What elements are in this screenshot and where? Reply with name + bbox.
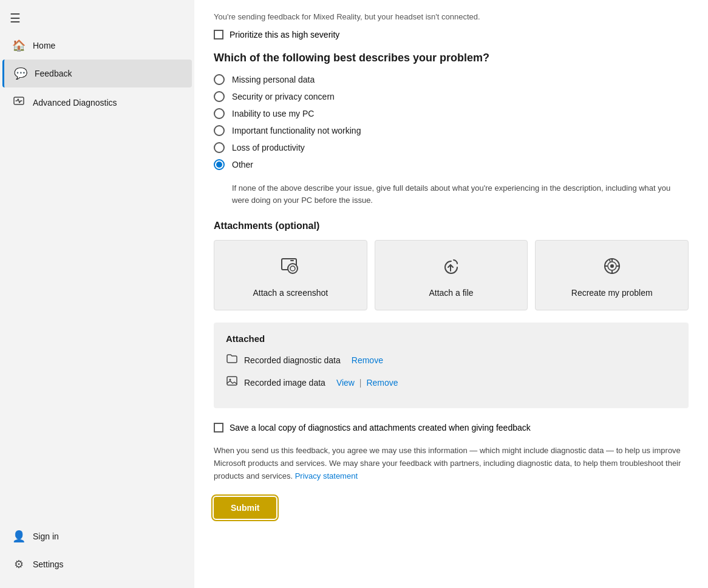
radio-item-loss-of-productivity[interactable]: Loss of productivity [214,142,689,153]
radio-item-other[interactable]: Other [214,159,689,170]
remove-diagnostic-link[interactable]: Remove [352,355,383,365]
attached-title: Attached [226,333,676,344]
radio-inner-other [216,162,222,168]
radio-outer-security [214,91,225,102]
attached-section: Attached Recorded diagnostic data Remove [214,323,689,408]
remove-image-link[interactable]: Remove [366,378,398,388]
hamburger-button[interactable]: ☰ [0,5,194,32]
radio-label-inability: Inability to use my PC [232,109,314,118]
radio-label-functionality: Important functionality not working [232,126,361,135]
svg-rect-8 [227,377,237,385]
sidebar-item-feedback[interactable]: 💬 Feedback [2,60,192,87]
diagnostic-data-item: Recorded diagnostic data Remove [226,352,676,368]
radio-outer-missing [214,74,225,85]
sidebar-item-settings[interactable]: ⚙ Settings [2,550,192,578]
radio-outer-productivity [214,142,225,153]
separator: | [359,378,362,388]
radio-label-security: Security or privacy concern [232,92,335,101]
view-image-link[interactable]: View [336,378,355,388]
settings-icon: ⚙ [12,558,26,571]
attachments-title: Attachments (optional) [214,220,689,231]
radio-item-security-privacy[interactable]: Security or privacy concern [214,91,689,102]
submit-button[interactable]: Submit [214,497,276,519]
priority-checkbox-row: Prioritize this as high severity [214,30,689,39]
home-icon: 🏠 [12,39,26,52]
radio-outer-functionality [214,125,225,136]
sign-in-icon: 👤 [12,530,26,543]
sidebar-item-label-feedback: Feedback [35,69,72,78]
diagnostic-data-name: Recorded diagnostic data [244,355,341,365]
image-data-item: Recorded image data View | Remove [226,375,676,390]
svg-point-9 [230,379,231,381]
privacy-statement-link[interactable]: Privacy statement [295,471,358,480]
priority-label: Prioritize this as high severity [230,30,339,39]
radio-label-other: Other [232,160,253,169]
sidebar-bottom: 👤 Sign in ⚙ Settings [0,522,194,588]
radio-label-missing: Missing personal data [232,75,315,84]
diagnostics-icon [12,95,26,110]
radio-item-inability-to-use[interactable]: Inability to use my PC [214,108,689,119]
radio-group: Missing personal data Security or privac… [214,74,689,170]
image-icon [226,375,238,390]
sidebar-item-label-sign-in: Sign in [33,532,59,541]
privacy-text: When you send us this feedback, you agre… [214,445,689,482]
attach-screenshot-card[interactable]: Attach a screenshot [214,240,367,310]
sidebar-item-label-settings: Settings [33,559,64,569]
sidebar-item-label-home: Home [33,41,55,50]
other-description: If none of the above describe your issue… [232,182,689,206]
priority-checkbox[interactable] [214,30,223,39]
privacy-text-content: When you send us this feedback, you agre… [214,446,681,480]
sidebar-item-sign-in[interactable]: 👤 Sign in [2,522,192,550]
save-checkbox[interactable] [214,423,223,432]
svg-point-2 [288,264,298,273]
radio-item-important-functionality[interactable]: Important functionality not working [214,125,689,136]
radio-outer-inability [214,108,225,119]
attachment-cards: Attach a screenshot Attach a file [214,240,689,310]
attach-file-label: Attach a file [429,288,473,298]
recreate-icon [601,255,623,282]
radio-item-missing-personal-data[interactable]: Missing personal data [214,74,689,85]
info-text: You're sending feedback for Mixed Realit… [214,12,689,21]
radio-outer-other [214,159,225,170]
hamburger-icon: ☰ [10,11,21,26]
sidebar-item-label-diagnostics: Advanced Diagnostics [33,98,117,108]
radio-label-productivity: Loss of productivity [232,143,305,152]
recreate-problem-label: Recreate my problem [571,288,653,298]
screenshot-icon [279,255,301,282]
feedback-icon: 💬 [14,67,27,80]
main-content: You're sending feedback for Mixed Realit… [194,0,708,588]
file-icon [440,255,462,282]
section-title: Which of the following best describes yo… [214,52,689,64]
sidebar-item-advanced-diagnostics[interactable]: Advanced Diagnostics [2,87,192,117]
save-checkbox-row: Save a local copy of diagnostics and att… [214,423,689,432]
image-data-name: Recorded image data [244,378,325,388]
attach-file-card[interactable]: Attach a file [375,240,528,310]
svg-point-7 [610,264,614,268]
save-copy-label: Save a local copy of diagnostics and att… [230,423,531,432]
sidebar: ☰ 🏠 Home 💬 Feedback Advanced Diagnostics… [0,0,194,588]
recreate-problem-card[interactable]: Recreate my problem [535,240,689,310]
folder-icon [226,352,238,368]
sidebar-item-home[interactable]: 🏠 Home [2,32,192,60]
attach-screenshot-label: Attach a screenshot [253,288,328,298]
